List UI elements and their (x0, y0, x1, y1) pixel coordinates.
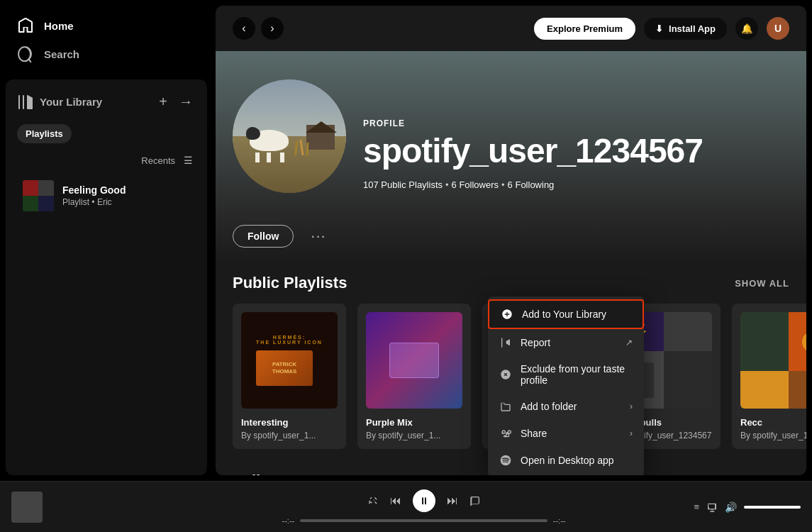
forward-btn[interactable]: › (261, 17, 284, 40)
cards-row: HERMÈS: THE LUXURY ICON PATRICKTHOMAS In… (233, 304, 789, 449)
emill-q2 (664, 312, 712, 351)
recents-label[interactable]: Recents (141, 155, 175, 166)
list-view-btn[interactable]: ☰ (181, 152, 196, 169)
explore-premium-btn[interactable]: Explore Premium (534, 18, 635, 40)
profile-info: Profile spotify_user_1234567 107 Public … (363, 118, 703, 193)
ctx-add-folder-label: Add to folder (521, 401, 577, 412)
playlists-filter-btn[interactable]: Playlists (17, 124, 72, 143)
prev-btn[interactable]: ⏮ (390, 494, 401, 507)
chevron-right-icon: › (630, 401, 633, 411)
search-icon (17, 45, 34, 62)
playlist-card-recc[interactable]: Recc By spotify_user_1234567 (732, 304, 806, 449)
devices-btn[interactable] (706, 501, 718, 513)
collage-cell-1 (23, 180, 38, 196)
profile-type: Profile (363, 118, 703, 128)
sidebar-item-home[interactable]: Home (9, 11, 204, 40)
more-options-btn[interactable]: ··· (305, 224, 331, 248)
ctx-open-desktop-label: Open in Desktop app (521, 455, 614, 466)
section-header: Public Playlists Show all (233, 274, 789, 292)
ctx-report-label: Report (521, 337, 550, 348)
library-title-btn[interactable]: Your Library (17, 94, 150, 111)
playlist-card-interesting[interactable]: HERMÈS: THE LUXURY ICON PATRICKTHOMAS In… (233, 304, 346, 449)
hermes-sub-text: THE LUXURY ICON (256, 340, 323, 345)
player-left (11, 492, 224, 523)
recc-q3 (740, 371, 789, 409)
section-title: Public Playlists (233, 274, 347, 292)
shuffle-btn[interactable] (367, 495, 379, 506)
card-image-purple (366, 312, 462, 409)
card-title-recc: Recc (740, 417, 806, 428)
collage-cell-3 (23, 196, 38, 211)
purple-box (389, 343, 439, 378)
ctx-report[interactable]: Report ↗ (488, 329, 644, 356)
show-all-playlists-btn[interactable]: Show all (735, 278, 789, 289)
volume-bar[interactable] (744, 506, 801, 509)
stat-sep-2: • (501, 179, 505, 190)
library-icon (17, 94, 34, 111)
progress-bar: --:-- --:-- (282, 516, 566, 525)
external-link-icon: ↗ (625, 338, 633, 348)
player-thumb (11, 492, 43, 523)
follow-btn[interactable]: Follow (233, 225, 294, 248)
nav-arrows: ‹ › (233, 17, 284, 40)
time-right: --:-- (553, 516, 566, 525)
ctx-add-folder[interactable]: Add to folder › (488, 393, 644, 420)
queue-btn[interactable]: ≡ (694, 501, 699, 512)
ctx-share[interactable]: Share › (488, 420, 644, 447)
playlist-meta: Playlist • Eric (62, 197, 190, 207)
profile-name: spotify_user_1234567 (363, 134, 703, 168)
followers-stat: 6 Followers (452, 179, 499, 190)
sidebar-item-search[interactable]: Search (9, 40, 204, 68)
leg2 (267, 153, 271, 162)
filter-row: Playlists (6, 118, 207, 149)
card-title-purple: Purple Mix (366, 417, 462, 428)
playlist-name: Feeling Good (62, 184, 190, 196)
recc-q1 (740, 312, 789, 371)
recc-circle (802, 331, 806, 353)
player-center: ⏮ ⏸ ⏭ --:-- --:-- (224, 489, 623, 525)
playlist-card-purple[interactable]: Purple Mix By spotify_user_1... (357, 304, 471, 449)
playlist-item[interactable]: Feeling Good Playlist • Eric (11, 174, 201, 217)
leg1 (255, 153, 260, 162)
player-right: ≡ 🔊 (623, 501, 801, 513)
install-app-btn[interactable]: ⬇ Install App (644, 18, 727, 40)
progress-track[interactable] (300, 519, 547, 522)
profile-avatar (233, 79, 346, 193)
card-subtitle-interesting: By spotify_user_1... (241, 431, 338, 440)
playlist-collage (23, 180, 54, 211)
barn-roof (306, 121, 337, 133)
card-image-recc (740, 312, 806, 409)
player-controls: ⏮ ⏸ ⏭ (367, 489, 481, 512)
home-icon (17, 17, 34, 34)
collage-cell-2 (38, 180, 54, 196)
avatar[interactable]: U (767, 17, 789, 40)
add-library-btn[interactable]: + (156, 91, 170, 113)
sidebar-nav: Home Search (0, 0, 213, 74)
expand-library-btn[interactable]: → (176, 91, 196, 113)
animal-head (246, 127, 260, 140)
bell-icon: 🔔 (741, 23, 753, 34)
top-bar: ‹ › Explore Premium ⬇ Install App 🔔 U (216, 6, 806, 51)
ctx-exclude-taste[interactable]: Exclude from your taste profile (488, 356, 644, 393)
notifications-btn[interactable]: 🔔 (735, 17, 758, 40)
back-btn[interactable]: ‹ (233, 17, 255, 40)
spotify-icon (499, 454, 512, 467)
next-btn[interactable]: ⏭ (447, 494, 458, 507)
hermes-top-text: HERMÈS: (256, 335, 323, 340)
profile-stats: 107 Public Playlists • 6 Followers • 6 F… (363, 179, 703, 190)
cow-scene (233, 79, 346, 193)
profile-hero-inner: Profile spotify_user_1234567 107 Public … (216, 51, 806, 210)
ctx-add-library[interactable]: Add to Your Library (488, 299, 644, 329)
volume-btn[interactable]: 🔊 (725, 501, 737, 513)
lyrics-btn[interactable] (469, 495, 481, 506)
play-pause-btn[interactable]: ⏸ (413, 489, 435, 512)
profile-hero: Profile spotify_user_1234567 107 Public … (216, 51, 806, 210)
emill-q4 (664, 351, 712, 409)
playlist-info: Feeling Good Playlist • Eric (62, 184, 190, 207)
action-row: Follow ··· (216, 210, 806, 262)
card-subtitle-recc: By spotify_user_1234567 (740, 431, 806, 440)
card-title-interesting: Interesting (241, 417, 338, 428)
recents-row: Recents ☰ (6, 149, 207, 174)
ctx-open-desktop[interactable]: Open in Desktop app (488, 447, 644, 474)
folder-icon (499, 400, 512, 413)
